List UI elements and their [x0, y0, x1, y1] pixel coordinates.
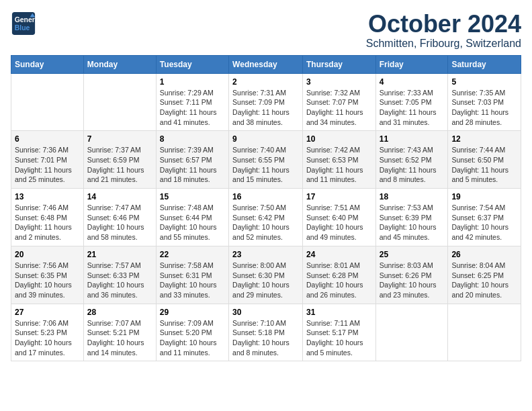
calendar-cell: 25Sunrise: 8:03 AMSunset: 6:26 PMDayligh… [375, 246, 448, 304]
day-info: Sunrise: 7:33 AMSunset: 7:05 PMDaylight:… [380, 88, 445, 128]
day-number: 10 [306, 134, 372, 144]
day-info: Sunrise: 7:42 AMSunset: 6:53 PMDaylight:… [306, 145, 372, 185]
calendar-cell: 3Sunrise: 7:32 AMSunset: 7:07 PMDaylight… [302, 73, 375, 131]
day-info: Sunrise: 7:36 AMSunset: 7:01 PMDaylight:… [15, 145, 80, 185]
day-info: Sunrise: 7:07 AMSunset: 5:21 PMDaylight:… [87, 318, 152, 358]
day-number: 1 [160, 77, 225, 87]
calendar-cell: 14Sunrise: 7:47 AMSunset: 6:46 PMDayligh… [83, 189, 156, 246]
calendar-cell: 17Sunrise: 7:51 AMSunset: 6:40 PMDayligh… [302, 189, 375, 246]
page-header: General Blue October 2024 Schmitten, Fri… [11, 11, 521, 50]
calendar-cell: 23Sunrise: 8:00 AMSunset: 6:30 PMDayligh… [229, 246, 303, 304]
week-row-5: 27Sunrise: 7:06 AMSunset: 5:23 PMDayligh… [11, 304, 521, 361]
day-number: 18 [380, 192, 445, 201]
day-number: 24 [306, 250, 372, 259]
day-info: Sunrise: 7:53 AMSunset: 6:39 PMDaylight:… [380, 203, 445, 242]
col-sunday: Sunday [11, 55, 84, 73]
day-number: 16 [232, 192, 299, 201]
calendar-cell: 1Sunrise: 7:29 AMSunset: 7:11 PMDaylight… [156, 73, 228, 131]
day-info: Sunrise: 7:47 AMSunset: 6:46 PMDaylight:… [87, 203, 152, 242]
logo: General Blue [11, 11, 36, 36]
day-number: 20 [15, 250, 80, 259]
calendar-cell: 20Sunrise: 7:56 AMSunset: 6:35 PMDayligh… [11, 246, 84, 304]
day-info: Sunrise: 7:57 AMSunset: 6:33 PMDaylight:… [87, 261, 152, 300]
col-friday: Friday [375, 55, 448, 73]
logo-icon: General Blue [11, 11, 36, 36]
day-info: Sunrise: 7:48 AMSunset: 6:44 PMDaylight:… [160, 203, 225, 242]
day-info: Sunrise: 7:46 AMSunset: 6:48 PMDaylight:… [15, 203, 80, 242]
calendar-body: 1Sunrise: 7:29 AMSunset: 7:11 PMDaylight… [11, 73, 521, 361]
day-number: 8 [160, 134, 225, 144]
day-number: 17 [306, 192, 372, 201]
calendar-cell: 22Sunrise: 7:58 AMSunset: 6:31 PMDayligh… [156, 246, 228, 304]
calendar-cell: 26Sunrise: 8:04 AMSunset: 6:25 PMDayligh… [448, 246, 521, 304]
day-info: Sunrise: 8:03 AMSunset: 6:26 PMDaylight:… [380, 261, 445, 300]
day-info: Sunrise: 7:40 AMSunset: 6:55 PMDaylight:… [232, 145, 299, 185]
day-info: Sunrise: 7:11 AMSunset: 5:17 PMDaylight:… [306, 318, 372, 358]
calendar-cell: 5Sunrise: 7:35 AMSunset: 7:03 PMDaylight… [448, 73, 521, 131]
calendar-table: Sunday Monday Tuesday Wednesday Thursday… [11, 55, 521, 362]
calendar-cell [375, 304, 448, 361]
day-info: Sunrise: 7:10 AMSunset: 5:18 PMDaylight:… [232, 318, 299, 358]
day-number: 29 [160, 308, 225, 317]
calendar-cell: 21Sunrise: 7:57 AMSunset: 6:33 PMDayligh… [83, 246, 156, 304]
day-number: 28 [87, 308, 152, 317]
col-saturday: Saturday [448, 55, 521, 73]
calendar-cell: 2Sunrise: 7:31 AMSunset: 7:09 PMDaylight… [229, 73, 303, 131]
day-number: 21 [87, 250, 152, 259]
col-tuesday: Tuesday [156, 55, 228, 73]
col-thursday: Thursday [302, 55, 375, 73]
day-info: Sunrise: 8:00 AMSunset: 6:30 PMDaylight:… [232, 261, 299, 300]
day-number: 31 [306, 308, 372, 317]
calendar-cell: 19Sunrise: 7:54 AMSunset: 6:37 PMDayligh… [448, 189, 521, 246]
day-info: Sunrise: 7:43 AMSunset: 6:52 PMDaylight:… [380, 145, 445, 185]
day-info: Sunrise: 8:01 AMSunset: 6:28 PMDaylight:… [306, 261, 372, 300]
day-number: 5 [451, 77, 517, 87]
calendar-cell: 31Sunrise: 7:11 AMSunset: 5:17 PMDayligh… [302, 304, 375, 361]
calendar-cell: 11Sunrise: 7:43 AMSunset: 6:52 PMDayligh… [375, 131, 448, 189]
calendar-cell: 30Sunrise: 7:10 AMSunset: 5:18 PMDayligh… [229, 304, 303, 361]
day-number: 3 [306, 77, 372, 87]
day-number: 25 [380, 250, 445, 259]
calendar-cell: 29Sunrise: 7:09 AMSunset: 5:20 PMDayligh… [156, 304, 228, 361]
day-info: Sunrise: 8:04 AMSunset: 6:25 PMDaylight:… [451, 261, 517, 300]
day-number: 22 [160, 250, 225, 259]
week-row-3: 13Sunrise: 7:46 AMSunset: 6:48 PMDayligh… [11, 189, 521, 246]
day-info: Sunrise: 7:35 AMSunset: 7:03 PMDaylight:… [451, 88, 517, 128]
calendar-cell: 12Sunrise: 7:44 AMSunset: 6:50 PMDayligh… [448, 131, 521, 189]
title-block: October 2024 Schmitten, Fribourg, Switze… [366, 11, 521, 50]
day-info: Sunrise: 7:06 AMSunset: 5:23 PMDaylight:… [15, 318, 80, 358]
day-number: 30 [232, 308, 299, 317]
day-info: Sunrise: 7:51 AMSunset: 6:40 PMDaylight:… [306, 203, 372, 242]
calendar-cell: 8Sunrise: 7:39 AMSunset: 6:57 PMDaylight… [156, 131, 228, 189]
calendar-cell [448, 304, 521, 361]
calendar-cell: 27Sunrise: 7:06 AMSunset: 5:23 PMDayligh… [11, 304, 84, 361]
location-subtitle: Schmitten, Fribourg, Switzerland [366, 38, 521, 50]
calendar-cell: 15Sunrise: 7:48 AMSunset: 6:44 PMDayligh… [156, 189, 228, 246]
day-info: Sunrise: 7:54 AMSunset: 6:37 PMDaylight:… [451, 203, 517, 242]
calendar-cell: 7Sunrise: 7:37 AMSunset: 6:59 PMDaylight… [83, 131, 156, 189]
day-number: 13 [15, 192, 80, 201]
day-number: 6 [15, 134, 80, 144]
day-number: 11 [380, 134, 445, 144]
day-number: 26 [451, 250, 517, 259]
calendar-cell: 28Sunrise: 7:07 AMSunset: 5:21 PMDayligh… [83, 304, 156, 361]
day-info: Sunrise: 7:50 AMSunset: 6:42 PMDaylight:… [232, 203, 299, 242]
calendar-cell: 10Sunrise: 7:42 AMSunset: 6:53 PMDayligh… [302, 131, 375, 189]
calendar-cell: 18Sunrise: 7:53 AMSunset: 6:39 PMDayligh… [375, 189, 448, 246]
week-row-1: 1Sunrise: 7:29 AMSunset: 7:11 PMDaylight… [11, 73, 521, 131]
calendar-cell [11, 73, 84, 131]
col-monday: Monday [83, 55, 156, 73]
calendar-header: Sunday Monday Tuesday Wednesday Thursday… [11, 55, 521, 73]
day-number: 4 [380, 77, 445, 87]
day-number: 12 [451, 134, 517, 144]
calendar-cell: 13Sunrise: 7:46 AMSunset: 6:48 PMDayligh… [11, 189, 84, 246]
day-info: Sunrise: 7:31 AMSunset: 7:09 PMDaylight:… [232, 88, 299, 128]
day-info: Sunrise: 7:37 AMSunset: 6:59 PMDaylight:… [87, 145, 152, 185]
day-number: 15 [160, 192, 225, 201]
calendar-cell: 4Sunrise: 7:33 AMSunset: 7:05 PMDaylight… [375, 73, 448, 131]
calendar-cell: 6Sunrise: 7:36 AMSunset: 7:01 PMDaylight… [11, 131, 84, 189]
month-title: October 2024 [366, 11, 521, 38]
day-number: 23 [232, 250, 299, 259]
calendar-cell: 9Sunrise: 7:40 AMSunset: 6:55 PMDaylight… [229, 131, 303, 189]
day-number: 27 [15, 308, 80, 317]
